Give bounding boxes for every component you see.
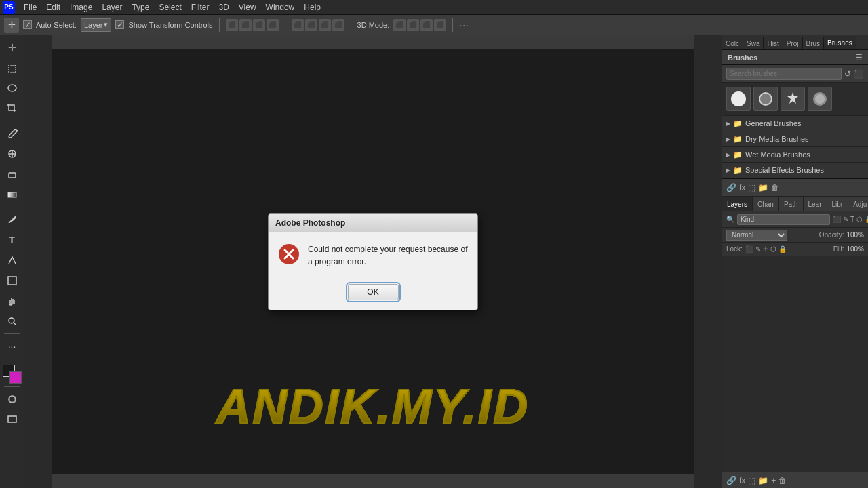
- menu-edit[interactable]: Edit: [41, 0, 65, 15]
- align-left-btn[interactable]: ⬛: [226, 19, 238, 31]
- menu-layer[interactable]: Layer: [97, 0, 127, 15]
- brush-tool[interactable]: [3, 124, 22, 143]
- screen-mode-btn[interactable]: [3, 410, 22, 429]
- add-mask-icon[interactable]: ⬚: [748, 476, 755, 485]
- brush-group-general-header[interactable]: ▶ 📁 General Brushes: [722, 116, 868, 131]
- layers-content[interactable]: [722, 256, 868, 472]
- link-icon[interactable]: 🔗: [726, 183, 736, 192]
- add-fx-icon[interactable]: fx: [739, 476, 745, 485]
- panel-tab-brushes[interactable]: Brushes: [824, 36, 856, 49]
- layers-tab-adju[interactable]: Adju: [848, 197, 868, 211]
- lock-label: Lock:: [726, 245, 743, 253]
- 3d-btn-1[interactable]: ⬛: [393, 19, 406, 31]
- add-group-icon[interactable]: 📁: [758, 476, 768, 485]
- move-tool[interactable]: ✛: [3, 38, 22, 57]
- filter-text-icon[interactable]: T: [850, 216, 854, 223]
- transform-btn-4[interactable]: ⬛: [332, 19, 344, 31]
- lock-brush-icon[interactable]: ✎: [755, 245, 761, 253]
- align-extra-btn[interactable]: ⬛: [267, 19, 279, 31]
- align-right-btn[interactable]: ⬛: [253, 19, 265, 31]
- brushes-settings-icon[interactable]: ⬛: [854, 69, 864, 79]
- brush-group-wet-header[interactable]: ▶ 📁 Wet Media Brushes: [722, 147, 868, 162]
- filter-lock-icon[interactable]: 🔒: [865, 216, 868, 223]
- blend-mode-select[interactable]: Normal Multiply Screen Overlay: [726, 230, 787, 241]
- pen-tool[interactable]: [3, 210, 22, 229]
- marquee-tool[interactable]: ⬚: [3, 58, 22, 77]
- align-center-btn[interactable]: ⬛: [239, 19, 252, 31]
- transform-btn-2[interactable]: ⬛: [305, 19, 317, 31]
- brushes-reload-icon[interactable]: ↺: [844, 69, 851, 79]
- panel-tab-proj[interactable]: Proj: [783, 37, 803, 49]
- brushes-options-icon[interactable]: ☰: [855, 53, 863, 62]
- transform-checkbox[interactable]: ✓: [115, 20, 124, 29]
- menu-help[interactable]: Help: [299, 0, 326, 15]
- brush-preview-4[interactable]: [808, 87, 832, 111]
- hand-tool[interactable]: [3, 291, 22, 310]
- ok-button[interactable]: OK: [348, 284, 399, 300]
- layers-tab-libr[interactable]: Libr: [827, 197, 849, 211]
- 3d-btn-3[interactable]: ⬛: [420, 19, 433, 31]
- panel-tabs-top: Colc Swa Hist Proj Brus Brushes: [722, 35, 868, 50]
- lock-position-icon[interactable]: ✛: [763, 245, 768, 253]
- layers-tab-path[interactable]: Path: [779, 197, 804, 211]
- trash-icon[interactable]: 🗑: [771, 183, 779, 192]
- layers-bottom-bar: 🔗 fx ⬚ 📁 + 🗑: [722, 472, 868, 488]
- filter-shape-icon[interactable]: ⬡: [856, 216, 863, 223]
- autoselect-checkbox[interactable]: ✓: [23, 20, 32, 29]
- zoom-tool[interactable]: [3, 312, 22, 331]
- brush-preview-2[interactable]: [753, 87, 778, 111]
- add-link-icon[interactable]: 🔗: [726, 476, 736, 485]
- clone-tool[interactable]: [3, 144, 22, 163]
- 3d-btn-2[interactable]: ⬛: [407, 19, 419, 31]
- fx-icon[interactable]: fx: [739, 183, 745, 192]
- brush-preview-1[interactable]: [726, 87, 751, 111]
- brush-group-special-header[interactable]: ▶ 📁 Special Effects Brushes: [722, 163, 868, 178]
- mask-icon[interactable]: ⬚: [748, 183, 755, 192]
- add-layer-icon[interactable]: +: [771, 476, 776, 485]
- filter-pixel-icon[interactable]: ⬛: [833, 216, 841, 223]
- lasso-tool[interactable]: [3, 79, 22, 98]
- delete-layer-icon[interactable]: 🗑: [778, 476, 787, 485]
- folder-icon[interactable]: 📁: [758, 183, 768, 192]
- error-dialog[interactable]: Adobe Photoshop Could not complete your …: [268, 214, 478, 310]
- menu-bar: PS File Edit Image Layer Type Select Fil…: [0, 0, 868, 15]
- crop-tool[interactable]: [3, 99, 22, 118]
- layers-tab-lear[interactable]: Lear: [804, 197, 827, 211]
- panel-tab-swa[interactable]: Swa: [743, 37, 764, 49]
- type-tool[interactable]: T: [3, 230, 22, 249]
- brushes-search-input[interactable]: [726, 68, 842, 80]
- more-tools[interactable]: ···: [3, 337, 22, 356]
- menu-image[interactable]: Image: [65, 0, 97, 15]
- menu-view[interactable]: View: [234, 0, 261, 15]
- mask-mode-btn[interactable]: [3, 390, 22, 409]
- menu-select[interactable]: Select: [154, 0, 186, 15]
- menu-3d[interactable]: 3D: [214, 0, 233, 15]
- lock-pixel-icon[interactable]: ⬛: [745, 245, 753, 253]
- brush-preview-3[interactable]: [781, 87, 805, 111]
- background-color[interactable]: [9, 371, 22, 384]
- layers-tab-layers[interactable]: Layers: [722, 197, 753, 211]
- panel-tab-colc[interactable]: Colc: [722, 37, 743, 49]
- transform-btn-1[interactable]: ⬛: [292, 19, 304, 31]
- shape-tool[interactable]: [3, 271, 22, 290]
- menu-window[interactable]: Window: [261, 0, 300, 15]
- eraser-tool[interactable]: [3, 165, 22, 184]
- brush-group-dry-header[interactable]: ▶ 📁 Dry Media Brushes: [722, 131, 868, 146]
- menu-filter[interactable]: Filter: [186, 0, 214, 15]
- menu-type[interactable]: Type: [127, 0, 154, 15]
- panel-tab-brus[interactable]: Brus: [803, 37, 825, 49]
- more-options-btn[interactable]: ···: [459, 20, 469, 30]
- path-tool[interactable]: [3, 251, 22, 270]
- gradient-tool[interactable]: [3, 185, 22, 204]
- panel-tab-hist[interactable]: Hist: [764, 37, 783, 49]
- layer-dropdown[interactable]: Layer ▾: [81, 18, 112, 32]
- transform-btn-3[interactable]: ⬛: [319, 19, 331, 31]
- filter-adjust-icon[interactable]: ✎: [843, 216, 848, 223]
- menu-file[interactable]: File: [19, 0, 41, 15]
- lock-artboard-icon[interactable]: ⬡: [770, 245, 776, 253]
- layers-tab-chan[interactable]: Chan: [753, 197, 779, 211]
- kind-filter-input[interactable]: [737, 214, 830, 225]
- lock-all-icon[interactable]: 🔒: [778, 245, 787, 253]
- canvas-area[interactable]: ANDIK.MY.ID Adobe Photoshop Could not co…: [24, 35, 722, 488]
- 3d-btn-4[interactable]: ⬛: [434, 19, 446, 31]
